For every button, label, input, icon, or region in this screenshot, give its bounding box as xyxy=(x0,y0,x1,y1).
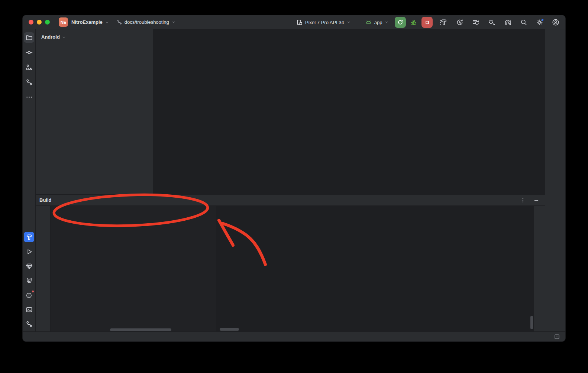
device-name: Pixel 7 Pro API 34 xyxy=(305,20,344,25)
badge-dot xyxy=(541,19,544,21)
hide-panel-button[interactable] xyxy=(533,197,540,204)
android-icon xyxy=(365,19,372,26)
project-panel: Android xyxy=(36,29,154,194)
pull-requests-button[interactable] xyxy=(24,77,34,87)
chevron-down-icon xyxy=(62,35,66,39)
build-panel-title: Build xyxy=(39,197,52,203)
rerun-icon xyxy=(397,19,404,26)
build-header: Build xyxy=(36,195,545,206)
minimize-icon xyxy=(533,197,539,203)
desktop: NE NitroExample docs/troubleshooting Pix… xyxy=(0,0,588,373)
resource-manager-icon xyxy=(26,64,33,71)
event-alert-icon xyxy=(554,334,560,340)
debug-button[interactable] xyxy=(409,17,419,27)
terminal-button[interactable] xyxy=(24,304,34,315)
kebab-icon xyxy=(520,197,526,203)
commit-button[interactable] xyxy=(24,47,34,58)
branch-name: docs/troubleshooting xyxy=(125,19,169,25)
build-header-actions xyxy=(520,197,540,204)
branch-switcher[interactable]: docs/troubleshooting xyxy=(117,19,176,25)
problems-button[interactable] xyxy=(24,290,34,300)
run-configuration-name: app xyxy=(374,20,382,25)
app-quality-insights-icon xyxy=(26,263,33,270)
apply-changes-restart-icon xyxy=(456,19,463,26)
logcat-icon xyxy=(26,277,33,284)
editor-area xyxy=(154,29,545,194)
event-log-button[interactable] xyxy=(553,333,560,340)
minimize-button[interactable] xyxy=(37,20,42,25)
problems-icon xyxy=(26,292,33,299)
project-tree xyxy=(36,41,153,44)
build-console xyxy=(216,206,534,332)
attach-debugger-icon xyxy=(488,19,495,26)
console-horizontal-scrollbar[interactable] xyxy=(220,328,239,331)
chevron-down-icon xyxy=(171,20,176,25)
project-view-selector[interactable]: Android xyxy=(36,29,153,41)
device-icon xyxy=(296,19,303,26)
tree-horizontal-scrollbar[interactable] xyxy=(110,328,171,331)
run-widget-group: Pixel 7 Pro API 34 app xyxy=(296,15,445,29)
gradle-sync-icon xyxy=(504,19,511,26)
project-icon xyxy=(26,34,33,41)
more-tool-windows-button[interactable] xyxy=(24,92,34,102)
ide-window: NE NitroExample docs/troubleshooting Pix… xyxy=(22,15,566,342)
build-left-strip xyxy=(36,206,51,332)
build-body xyxy=(36,206,545,332)
build-icon xyxy=(26,234,33,241)
resource-manager-button[interactable] xyxy=(24,62,34,72)
git-branch-icon xyxy=(117,19,122,25)
left-strip-bottom xyxy=(23,232,35,329)
attach-debugger-button[interactable] xyxy=(488,18,496,26)
version-control-button[interactable] xyxy=(24,319,34,329)
run-configuration-selector[interactable]: app xyxy=(365,19,389,26)
chevron-down-icon xyxy=(384,20,389,25)
run-button[interactable] xyxy=(24,246,34,257)
left-tool-strip xyxy=(23,29,36,332)
stop-icon xyxy=(424,19,430,26)
profile-button[interactable] xyxy=(552,18,560,26)
more-tool-windows-icon xyxy=(26,94,33,101)
window-controls xyxy=(29,20,50,25)
main-area: Android Build xyxy=(23,29,565,332)
apply-code-changes-icon xyxy=(472,19,479,26)
close-button[interactable] xyxy=(29,20,33,25)
project-switcher[interactable]: NitroExample xyxy=(71,19,109,25)
build-output-tree xyxy=(51,206,216,332)
gradle-sync-button[interactable] xyxy=(504,18,512,26)
version-control-icon xyxy=(26,321,33,328)
search-everywhere-button[interactable] xyxy=(520,18,528,26)
project-button[interactable] xyxy=(24,32,34,43)
build-button[interactable] xyxy=(24,232,34,242)
build-project-button[interactable] xyxy=(440,18,448,26)
settings-button[interactable] xyxy=(536,18,544,26)
commit-icon xyxy=(26,49,33,56)
chevron-down-icon xyxy=(105,20,109,25)
build-tool-window: Build xyxy=(36,194,545,332)
apply-changes-restart-button[interactable] xyxy=(456,18,464,26)
logcat-button[interactable] xyxy=(24,275,34,286)
badge-dot xyxy=(32,290,34,293)
run-icon xyxy=(26,248,33,255)
main-toolbar xyxy=(440,15,560,29)
rerun-button[interactable] xyxy=(395,17,406,28)
project-badge: NE xyxy=(59,17,68,27)
app-quality-insights-button[interactable] xyxy=(24,261,34,271)
right-tool-strip xyxy=(545,29,565,332)
terminal-icon xyxy=(26,306,33,313)
titlebar: NE NitroExample docs/troubleshooting Pix… xyxy=(23,15,565,29)
build-options-button[interactable] xyxy=(520,197,526,204)
build-right-strip xyxy=(534,206,545,332)
zoom-button[interactable] xyxy=(45,20,50,25)
apply-code-changes-button[interactable] xyxy=(472,18,480,26)
project-name: NitroExample xyxy=(71,19,103,25)
console-vertical-scrollbar[interactable] xyxy=(530,316,533,329)
project-view-label: Android xyxy=(41,34,60,40)
chevron-down-icon xyxy=(346,20,351,25)
bug-icon xyxy=(410,19,417,26)
search-everywhere-icon xyxy=(520,19,527,26)
profile-icon xyxy=(552,19,559,26)
pull-requests-icon xyxy=(26,79,33,86)
device-selector[interactable]: Pixel 7 Pro API 34 xyxy=(296,19,351,26)
stop-button[interactable] xyxy=(421,17,433,28)
build-project-icon xyxy=(440,19,448,26)
